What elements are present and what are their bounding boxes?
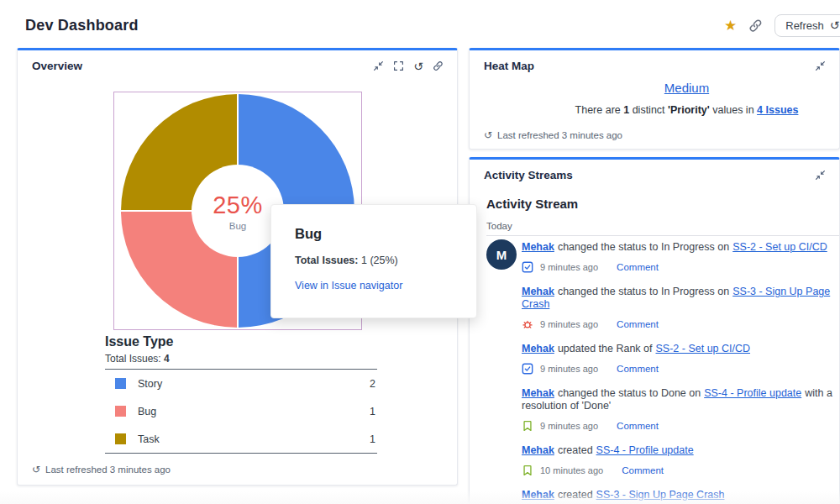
issue-type-icon: [522, 465, 533, 476]
timestamp: 9 minutes ago: [540, 421, 598, 431]
last-refreshed-text: Last refreshed 3 minutes ago: [45, 465, 171, 475]
user-link[interactable]: Mehak: [522, 387, 554, 399]
legend-count: 1: [370, 406, 375, 417]
donut-center-label: Bug: [229, 221, 246, 231]
collapse-icon[interactable]: [373, 60, 384, 71]
activity-meta: 9 minutes ago Comment: [522, 420, 834, 432]
last-refreshed-text: Last refreshed 3 minutes ago: [497, 130, 622, 140]
scroll-fade: [0, 491, 840, 504]
legend-label: Task: [138, 433, 370, 445]
activity-item: Mehakupdated the Rank ofSS-2 - Set up CI…: [486, 343, 834, 375]
tooltip-total: Total Issues: 1 (25%): [295, 255, 453, 266]
heatmap-summary: There are 1 distinct 'Priority' values i…: [533, 104, 840, 116]
task-color-swatch: [115, 433, 126, 444]
overview-panel-controls: ↺: [373, 60, 444, 72]
activity-item: M Mehakchanged the status to In Progress…: [486, 241, 834, 273]
summary-field: 'Priority': [668, 104, 710, 116]
issue-link[interactable]: SS-4 - Profile update: [704, 387, 801, 399]
issue-link[interactable]: SS-2 - Set up CI/CD: [732, 241, 827, 253]
legend-label: Story: [138, 378, 370, 390]
header-actions: ★ Refresh ↺: [724, 13, 840, 37]
activity-list: M Mehakchanged the status to In Progress…: [486, 241, 834, 504]
issues-count-link[interactable]: 4 Issues: [757, 104, 798, 116]
legend-table: Story 2 Bug 1 Task 1: [105, 369, 377, 454]
refresh-icon: ↺: [830, 19, 840, 31]
comment-link[interactable]: Comment: [617, 364, 659, 374]
dashboard-page: Dev Dashboard ★ Refresh ↺ Overview: [0, 0, 840, 504]
priority-medium-link[interactable]: Medium: [664, 81, 709, 95]
activity-item: MehakcreatedSS-4 - Profile update 10 min…: [486, 444, 834, 476]
activity-text: Mehakchanged the status to In Progress o…: [522, 286, 834, 311]
refresh-button[interactable]: Refresh ↺: [774, 14, 840, 37]
summary-text: There are: [575, 104, 621, 116]
legend-row-story[interactable]: Story 2: [105, 370, 377, 397]
heatmap-last-refreshed: ↺ Last refreshed 3 minutes ago: [484, 130, 622, 140]
heatmap-body: Medium There are 1 distinct 'Priority' v…: [533, 81, 840, 116]
overview-panel-header: Overview ↺: [18, 50, 457, 77]
activity-text: Mehakchanged the status to Done onSS-4 -…: [522, 387, 834, 412]
legend-row-bug[interactable]: Bug 1: [105, 397, 377, 425]
issue-type-icon: [522, 420, 533, 432]
user-link[interactable]: Mehak: [522, 241, 554, 253]
heatmap-panel-controls: [815, 60, 826, 71]
legend-total-label: Total Issues:: [105, 353, 161, 365]
activity-stream-heading: Activity Stream: [486, 197, 578, 211]
tooltip-title: Bug: [295, 226, 453, 242]
activity-meta: 9 minutes ago Comment: [522, 318, 834, 330]
action-text: updated the Rank of: [558, 343, 653, 354]
user-link[interactable]: Mehak: [522, 343, 554, 354]
activity-text: Mehakchanged the status to In Progress o…: [522, 241, 834, 254]
page-header: Dev Dashboard ★ Refresh ↺: [0, 0, 840, 47]
legend-label: Bug: [138, 406, 370, 417]
comment-link[interactable]: Comment: [622, 465, 664, 475]
issue-type-icon: [522, 318, 533, 330]
heatmap-panel-header: Heat Map: [470, 50, 839, 77]
activity-panel-controls: [815, 170, 826, 181]
timestamp: 9 minutes ago: [540, 364, 598, 374]
heatmap-panel: Heat Map Medium There are 1 distinct 'Pr…: [469, 48, 840, 150]
timestamp: 10 minutes ago: [540, 465, 603, 475]
legend-total-value: 4: [164, 353, 170, 365]
timestamp: 9 minutes ago: [540, 262, 598, 272]
activity-group-label: Today: [486, 221, 512, 231]
activity-text: MehakcreatedSS-4 - Profile update: [522, 444, 834, 457]
heatmap-panel-title: Heat Map: [484, 60, 534, 72]
legend-count: 1: [370, 433, 375, 445]
favorite-star-icon[interactable]: ★: [724, 18, 737, 33]
comment-link[interactable]: Comment: [617, 262, 659, 272]
user-link[interactable]: Mehak: [522, 286, 554, 297]
page-title: Dev Dashboard: [25, 17, 139, 34]
legend-count: 2: [370, 378, 375, 390]
activity-meta: 10 minutes ago Comment: [522, 465, 834, 476]
collapse-icon[interactable]: [815, 60, 826, 71]
summary-text: values in: [712, 104, 753, 116]
share-link-icon[interactable]: [748, 18, 763, 33]
activity-panel-header: Activity Streams: [470, 160, 839, 186]
panel-link-icon[interactable]: [433, 60, 444, 71]
user-link[interactable]: Mehak: [522, 444, 554, 456]
fullscreen-icon[interactable]: [393, 60, 404, 71]
comment-link[interactable]: Comment: [617, 421, 659, 431]
donut-center-percent: 25%: [213, 192, 263, 219]
view-in-issue-navigator-link[interactable]: View in Issue navigator: [295, 280, 402, 291]
activity-item: Mehakchanged the status to Done onSS-4 -…: [486, 387, 834, 432]
action-text: created: [558, 444, 593, 456]
panel-refresh-icon[interactable]: ↺: [413, 60, 423, 72]
comment-link[interactable]: Comment: [617, 319, 659, 329]
action-text: changed the status to In Progress on: [558, 241, 729, 253]
tooltip-total-label: Total Issues:: [295, 255, 358, 266]
collapse-icon[interactable]: [815, 170, 826, 181]
activity-item: Mehakchanged the status to In Progress o…: [486, 286, 834, 330]
activity-meta: 9 minutes ago Comment: [522, 363, 834, 375]
story-color-swatch: [115, 378, 126, 389]
summary-count: 1: [623, 104, 629, 116]
issue-link[interactable]: SS-2 - Set up CI/CD: [656, 343, 751, 354]
issue-link[interactable]: SS-4 - Profile update: [596, 444, 694, 456]
timestamp: 9 minutes ago: [540, 319, 598, 329]
legend-row-task[interactable]: Task 1: [105, 425, 377, 453]
summary-text: distinct: [633, 104, 665, 116]
refresh-small-icon: ↺: [484, 130, 492, 140]
overview-last-refreshed: ↺ Last refreshed 3 minutes ago: [32, 465, 171, 475]
refresh-small-icon: ↺: [32, 465, 40, 475]
divider: [486, 235, 839, 236]
